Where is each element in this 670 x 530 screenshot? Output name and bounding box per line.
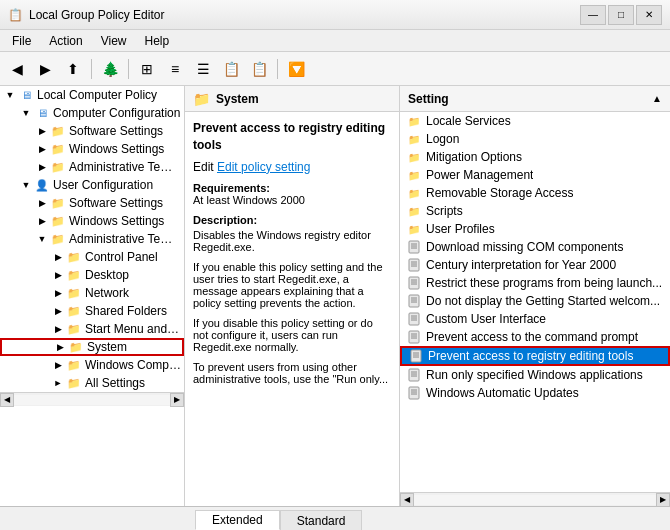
tree-item-control-panel[interactable]: ▶ 📁 Control Panel [0, 248, 184, 266]
tree-item-network[interactable]: ▶ 📁 Network [0, 284, 184, 302]
toolbar-back[interactable]: ◀ [4, 56, 30, 82]
menu-view[interactable]: View [93, 32, 135, 50]
sort-icon: ▲ [652, 93, 662, 104]
computer-config-icon: 🖥 [34, 105, 50, 121]
right-hscroll-right[interactable]: ▶ [656, 493, 670, 507]
toolbar-up[interactable]: ⬆ [60, 56, 86, 82]
toolbar-sep3 [277, 59, 278, 79]
chevron-right-icon: ▶ [50, 270, 66, 280]
chevron-down-icon: ▼ [18, 108, 34, 118]
svg-rect-28 [409, 369, 419, 381]
tree-root[interactable]: ▼ 🖥 Local Computer Policy [0, 86, 184, 104]
settings-item[interactable]: Do not display the Getting Started welco… [400, 292, 670, 310]
settings-item[interactable]: Custom User Interface [400, 310, 670, 328]
folder-icon: 📁 [66, 285, 82, 301]
hscroll-left-arrow[interactable]: ◀ [0, 393, 14, 407]
settings-item[interactable]: 📁Mitigation Options [400, 148, 670, 166]
policy-icon [406, 258, 422, 272]
tree-item-windows-settings-uc[interactable]: ▶ 📁 Windows Settings [0, 212, 184, 230]
tree-item-all-settings[interactable]: ► 📁 All Settings [0, 374, 184, 392]
folder-icon: 📁 [66, 375, 82, 391]
settings-item-label: Locale Services [426, 114, 511, 128]
toolbar-sep2 [128, 59, 129, 79]
settings-item[interactable]: Windows Automatic Updates [400, 384, 670, 402]
settings-column-header: Setting [408, 92, 449, 106]
settings-item-label: Prevent access to the command prompt [426, 330, 638, 344]
tree-computer-config-label: Computer Configuration [53, 106, 180, 120]
toolbar-forward[interactable]: ▶ [32, 56, 58, 82]
tab-extended[interactable]: Extended [195, 510, 280, 530]
tree-windows-components-label: Windows Compone... [85, 358, 182, 372]
close-button[interactable]: ✕ [636, 5, 662, 25]
settings-item[interactable]: Prevent access to registry editing tools [400, 346, 670, 366]
svg-rect-12 [409, 295, 419, 307]
tree-item-user-config[interactable]: ▼ 👤 User Configuration [0, 176, 184, 194]
para2: If you enable this policy setting and th… [193, 261, 391, 309]
settings-item[interactable]: 📁Locale Services [400, 112, 670, 130]
settings-item[interactable]: Restrict these programs from being launc… [400, 274, 670, 292]
tree-item-desktop[interactable]: ▶ 📁 Desktop [0, 266, 184, 284]
toolbar-extra1[interactable]: 📋 [218, 56, 244, 82]
hscroll-right-arrow[interactable]: ▶ [170, 393, 184, 407]
hscroll-track[interactable] [14, 395, 170, 405]
chevron-right-icon: ► [50, 378, 66, 388]
tree-hscroll[interactable]: ◀ ▶ [0, 392, 184, 406]
settings-item-label: Custom User Interface [426, 312, 546, 326]
policy-icon [406, 294, 422, 308]
toolbar-extra2[interactable]: 📋 [246, 56, 272, 82]
right-hscroll-left[interactable]: ◀ [400, 493, 414, 507]
toolbar-icon-view[interactable]: ⊞ [134, 56, 160, 82]
tree-item-windows-components[interactable]: ▶ 📁 Windows Compone... [0, 356, 184, 374]
edit-policy-link[interactable]: Edit policy setting [217, 160, 310, 174]
main-content: ▼ 🖥 Local Computer Policy ▼ 🖥 Computer C… [0, 86, 670, 506]
settings-item[interactable]: Prevent access to the command prompt [400, 328, 670, 346]
tree-item-shared-folders[interactable]: ▶ 📁 Shared Folders [0, 302, 184, 320]
tree-expand-root: ▼ [2, 90, 18, 100]
right-hscroll[interactable]: ◀ ▶ [400, 492, 670, 506]
tree-item-start-menu[interactable]: ▶ 📁 Start Menu and Tas... [0, 320, 184, 338]
maximize-button[interactable]: □ [608, 5, 634, 25]
toolbar-sep1 [91, 59, 92, 79]
tree-all-settings-label: All Settings [85, 376, 145, 390]
tree-item-system[interactable]: ▶ 📁 System [0, 338, 184, 356]
tree-item-software-settings-uc[interactable]: ▶ 📁 Software Settings [0, 194, 184, 212]
toolbar-show-hide-tree[interactable]: 🌲 [97, 56, 123, 82]
toolbar-detail-view[interactable]: ☰ [190, 56, 216, 82]
right-hscroll-track[interactable] [414, 495, 656, 505]
folder-icon: 📁 [50, 231, 66, 247]
toolbar: ◀ ▶ ⬆ 🌲 ⊞ ≡ ☰ 📋 📋 🔽 [0, 52, 670, 86]
settings-item-label: Do not display the Getting Started welco… [426, 294, 660, 308]
settings-item[interactable]: 📁Power Management [400, 166, 670, 184]
tree-item-software-settings-cc[interactable]: ▶ 📁 Software Settings [0, 122, 184, 140]
settings-item[interactable]: Download missing COM components [400, 238, 670, 256]
menu-file[interactable]: File [4, 32, 39, 50]
menu-help[interactable]: Help [137, 32, 178, 50]
settings-item[interactable]: 📁User Profiles [400, 220, 670, 238]
settings-item[interactable]: Run only specified Windows applications [400, 366, 670, 384]
description-text: Disables the Windows registry editor Reg… [193, 229, 391, 253]
folder-icon: 📁 [406, 222, 422, 236]
settings-item[interactable]: 📁Scripts [400, 202, 670, 220]
menu-action[interactable]: Action [41, 32, 90, 50]
settings-item[interactable]: Century interpretation for Year 2000 [400, 256, 670, 274]
middle-folder-icon: 📁 [193, 91, 210, 107]
right-panel-header: Setting ▲ [400, 86, 670, 112]
settings-item[interactable]: 📁Removable Storage Access [400, 184, 670, 202]
tree-item-windows-settings-cc[interactable]: ▶ 📁 Windows Settings [0, 140, 184, 158]
title-bar-controls: — □ ✕ [580, 5, 662, 25]
settings-item-label: Download missing COM components [426, 240, 623, 254]
minimize-button[interactable]: — [580, 5, 606, 25]
tree-item-computer-config[interactable]: ▼ 🖥 Computer Configuration [0, 104, 184, 122]
svg-rect-0 [409, 241, 419, 253]
settings-item[interactable]: 📁Logon [400, 130, 670, 148]
tree-item-admin-templates-cc[interactable]: ▶ 📁 Administrative Templa... [0, 158, 184, 176]
tab-standard[interactable]: Standard [280, 510, 363, 530]
toolbar-list-view[interactable]: ≡ [162, 56, 188, 82]
toolbar-filter[interactable]: 🔽 [283, 56, 309, 82]
folder-icon: 📁 [50, 141, 66, 157]
right-panel-content[interactable]: 📁Locale Services📁Logon📁Mitigation Option… [400, 112, 670, 492]
tree-item-admin-templates-uc[interactable]: ▼ 📁 Administrative Templa... [0, 230, 184, 248]
folder-icon: 📁 [66, 321, 82, 337]
tabs-area: Extended Standard [0, 506, 670, 530]
edit-label: Edit [193, 160, 217, 174]
